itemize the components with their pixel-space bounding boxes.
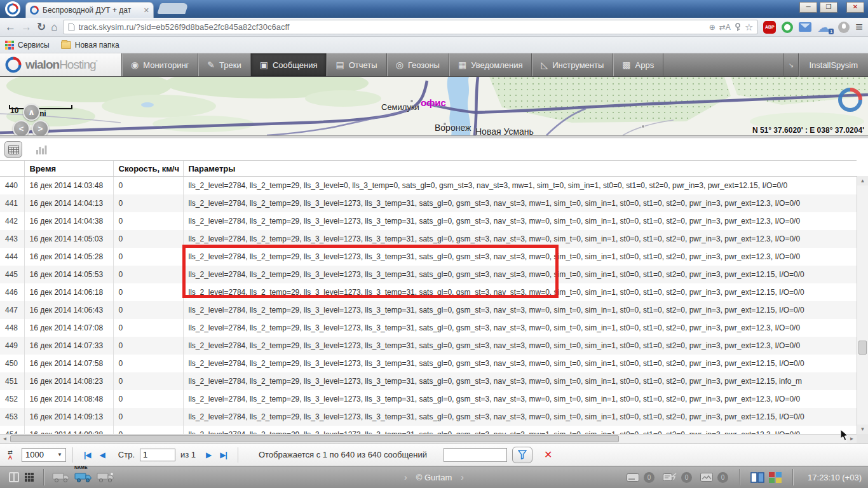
table-row[interactable]: 44816 дек 2014 14:07:080lls_2_level=2784… [0,319,857,337]
table-row[interactable]: 44116 дек 2014 14:04:130lls_2_level=2784… [0,194,857,212]
horizontal-scroll-thumb[interactable] [10,435,619,442]
table-row[interactable]: 44016 дек 2014 14:03:480lls_2_level=2784… [0,177,857,194]
green-ring-extension-icon[interactable] [782,22,793,33]
bookmark-services[interactable]: Сервисы [5,41,50,50]
folder-icon [61,41,71,49]
annotation-red-box [182,245,559,298]
new-tab-button[interactable] [157,3,189,14]
row-time: 16 дек 2014 14:08:23 [24,372,113,390]
close-button[interactable]: ✕ [846,2,864,13]
col-speed[interactable]: Скорость, км/ч [113,161,183,177]
nav-item-3[interactable]: ▤Отчеты [327,53,386,76]
col-number[interactable] [0,161,24,177]
fit-columns-icon[interactable]: ⇄A [5,450,15,460]
vertical-scroll-thumb[interactable] [858,341,867,355]
tools-icon: ◺ [541,60,548,70]
table-row[interactable]: 44716 дек 2014 14:06:430lls_2_level=2784… [0,301,857,319]
chevron-right-icon[interactable]: › [404,472,407,482]
map-canvas[interactable]: Семилуки офис Воронеж Новая Усмань 10 10… [0,77,868,135]
reload-icon[interactable]: ↻ [37,20,46,34]
nav-item-5[interactable]: ▦Уведомления [449,53,532,76]
browser-menu-icon[interactable]: ≡ [855,20,863,34]
minimize-button[interactable]: ─ [799,2,817,13]
scroll-up-icon[interactable]: ▲ [857,176,868,186]
col-params[interactable]: Параметры [183,161,857,177]
table-row[interactable]: 44216 дек 2014 14:04:380lls_2_level=2784… [0,212,857,230]
filter-button[interactable] [512,447,532,463]
row-params: lls_2_level=2784, lls_2_temp=29, lls_3_l… [183,177,857,194]
row-params: lls_2_level=2784, lls_2_temp=29, lls_3_l… [183,372,857,390]
horizontal-scrollbar[interactable]: ◄ ► [0,434,857,443]
filter-input[interactable] [444,448,507,462]
url-text[interactable]: track.skysim.ru/?sid=eb526f9d8ba5e2fc845… [79,22,705,32]
row-params: lls_2_level=2784, lls_2_temp=29, lls_3_l… [183,408,857,426]
pan-left-button[interactable]: < [13,120,30,135]
tab-title: Беспроводной ДУТ + дат [43,6,140,15]
nav-item-0[interactable]: ◉Мониторинг [122,53,198,76]
bookmarks-bar: Сервисы Новая папка [0,37,868,53]
row-time: 16 дек 2014 14:07:58 [24,355,113,372]
row-time: 16 дек 2014 14:05:28 [24,248,113,266]
table-row[interactable]: 45016 дек 2014 14:07:580lls_2_level=2784… [0,355,857,372]
nav-item-installspysim[interactable]: InstallSpysim [798,53,868,77]
clear-filter-button[interactable]: ✕ [544,449,552,461]
row-time: 16 дек 2014 14:04:13 [24,194,113,212]
table-row[interactable]: 45116 дек 2014 14:08:230lls_2_level=2784… [0,372,857,390]
pan-right-button[interactable]: > [32,120,49,135]
back-icon[interactable]: ← [5,21,16,34]
nav-item-6[interactable]: ◺Инструменты [532,53,613,76]
nav-item-1[interactable]: ✎Треки [198,53,250,76]
nav-item-7[interactable]: ▩Apps [613,53,663,76]
collapse-panel-icon[interactable]: ↘ [783,53,798,77]
bulb-extension-icon[interactable] [838,22,850,33]
last-page-button[interactable]: ▶| [220,451,227,459]
cloud-extension-icon[interactable]: ☁ 1 [817,21,832,34]
maximize-button[interactable]: ❐ [820,2,837,13]
table-view-button[interactable] [4,141,22,158]
bookmark-star-icon[interactable]: ☆ [745,22,753,33]
forward-icon[interactable]: → [21,21,32,34]
table-row[interactable]: 44916 дек 2014 14:07:330lls_2_level=2784… [0,337,857,355]
key-icon[interactable] [735,23,741,32]
nav-item-label: Мониторинг [143,60,189,70]
scroll-down-icon[interactable]: ▼ [857,424,868,434]
chevron-right-icon[interactable]: › [461,472,464,482]
row-time: 16 дек 2014 14:08:48 [24,390,113,408]
table-row[interactable]: 45316 дек 2014 14:09:130lls_2_level=2784… [0,408,857,426]
vertical-scrollbar[interactable]: ▲ ▼ [857,176,868,434]
bookmark-folder[interactable]: Новая папка [61,41,119,50]
row-params: lls_2_level=2784, lls_2_temp=29, lls_3_l… [183,319,857,337]
pan-up-button[interactable]: ∧ [23,104,40,121]
row-params: lls_2_level=2784, lls_2_temp=29, lls_3_l… [183,194,857,212]
translate-icon[interactable]: ⇄A [719,23,731,32]
col-time[interactable]: Время [24,161,113,177]
table-row[interactable]: 45416 дек 2014 14:09:380lls_2_level=2784… [0,426,857,435]
home-icon[interactable]: ⌂ [51,21,57,34]
nav-item-label: Уведомления [471,60,522,70]
browser-tab[interactable]: Беспроводной ДУТ + дат ✕ [25,2,154,18]
map-scale: 10 mi [9,105,72,118]
address-bar[interactable]: track.skysim.ru/?sid=eb526f9d8ba5e2fc845… [63,20,759,34]
zoom-icon[interactable]: ⊕ [709,23,715,32]
page-input[interactable] [140,449,175,461]
prev-page-button[interactable]: ◀ [100,451,105,459]
tab-close-icon[interactable]: ✕ [144,6,149,15]
apps-icon: ▩ [622,60,630,70]
chevron-down-icon: ▼ [57,452,62,458]
page-size-value: 1000 [25,450,55,459]
nav-right: ↘ InstallSpysim [783,53,868,76]
nav-item-4[interactable]: ◎Геозоны [387,53,449,76]
table-row[interactable]: 45216 дек 2014 14:08:480lls_2_level=2784… [0,390,857,408]
chart-view-button[interactable] [32,141,50,158]
wialon-brand: wialonHosting” [0,53,122,76]
adblock-icon[interactable]: ABP [763,21,776,34]
desktop-screen: { "window": { "tab_title": "Беспроводной… [0,0,868,488]
map-coordinates: N 51° 37.6020' : E 038° 37.0204' [752,126,864,135]
page-size-select[interactable]: 1000 ▼ [22,448,66,462]
scroll-left-icon[interactable]: ◄ [0,435,10,443]
funnel-icon [518,450,527,459]
first-page-button[interactable]: |◀ [84,451,91,459]
next-page-button[interactable]: ▶ [206,451,211,459]
mail-extension-icon[interactable] [799,22,811,32]
nav-item-2[interactable]: ▣Сообщения [251,53,327,76]
